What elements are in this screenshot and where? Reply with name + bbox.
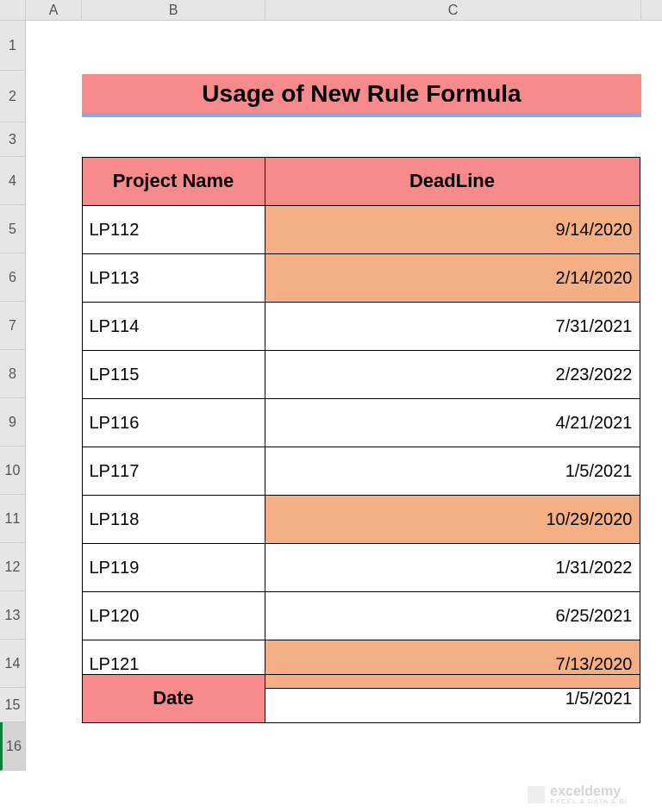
date-value-cell[interactable]: 1/5/2021: [265, 674, 640, 723]
row-header-1[interactable]: 1: [0, 21, 25, 71]
watermark-tagline: EXCEL & DATA & BI: [550, 798, 628, 805]
table-row: LP113 2/14/2020: [82, 253, 641, 302]
table-row: LP112 9/14/2020: [82, 205, 641, 253]
deadline-cell[interactable]: 1/5/2021: [265, 447, 640, 496]
row-header-2[interactable]: 2: [0, 71, 25, 122]
row-header-12[interactable]: 12: [0, 543, 25, 591]
deadline-cell[interactable]: 9/14/2020: [265, 205, 640, 254]
watermark-text: exceldemy EXCEL & DATA & BI: [550, 784, 628, 805]
deadline-cell[interactable]: 7/31/2021: [265, 302, 640, 351]
project-name-cell[interactable]: LP113: [82, 253, 265, 303]
row-header-15[interactable]: 15: [0, 688, 25, 722]
table-header-row: Project Name DeadLine: [82, 157, 641, 205]
date-label-cell[interactable]: Date: [82, 674, 265, 723]
data-table: Project Name DeadLine LP112 9/14/2020 LP…: [82, 157, 641, 688]
table-row: LP114 7/31/2021: [82, 302, 641, 350]
project-name-cell[interactable]: LP119: [82, 543, 265, 592]
table-row: LP116 4/21/2021: [82, 398, 641, 447]
deadline-cell[interactable]: 1/31/2022: [265, 543, 640, 592]
row-header-13[interactable]: 13: [0, 591, 25, 640]
col-header-b[interactable]: B: [82, 0, 265, 20]
deadline-cell[interactable]: 10/29/2020: [265, 495, 640, 544]
row-header-10[interactable]: 10: [0, 447, 25, 495]
column-headers: A B C: [26, 0, 662, 21]
col-header-a[interactable]: A: [26, 0, 82, 20]
date-row: Date 1/5/2021: [82, 674, 641, 722]
project-name-cell[interactable]: LP112: [82, 205, 265, 254]
table-row: LP118 10/29/2020: [82, 495, 641, 543]
deadline-cell[interactable]: 4/21/2021: [265, 398, 640, 447]
row-header-14[interactable]: 14: [0, 640, 25, 688]
project-name-cell[interactable]: LP115: [82, 350, 265, 399]
row-header-5[interactable]: 5: [0, 205, 25, 253]
table-row: LP119 1/31/2022: [82, 543, 641, 591]
row-header-11[interactable]: 11: [0, 495, 25, 543]
title-banner[interactable]: Usage of New Rule Formula: [82, 74, 641, 117]
table-row: LP117 1/5/2021: [82, 447, 641, 495]
header-deadline[interactable]: DeadLine: [265, 157, 640, 206]
watermark: exceldemy EXCEL & DATA & BI: [528, 784, 628, 805]
col-header-c[interactable]: C: [265, 0, 641, 20]
row-header-6[interactable]: 6: [0, 253, 25, 302]
select-all-corner[interactable]: [0, 0, 26, 21]
project-name-cell[interactable]: LP114: [82, 302, 265, 351]
row-headers: 1 2 3 4 5 6 7 8 9 10 11 12 13 14 15 16: [0, 21, 26, 771]
table-row: LP115 2/23/2022: [82, 350, 641, 398]
row-header-4[interactable]: 4: [0, 157, 25, 205]
header-project-name[interactable]: Project Name: [82, 157, 265, 206]
deadline-cell[interactable]: 2/14/2020: [265, 253, 640, 303]
watermark-brand: exceldemy: [550, 784, 628, 798]
row-header-3[interactable]: 3: [0, 122, 25, 157]
project-name-cell[interactable]: LP118: [82, 495, 265, 544]
row-header-7[interactable]: 7: [0, 302, 25, 350]
watermark-icon: [528, 786, 545, 803]
project-name-cell[interactable]: LP120: [82, 591, 265, 640]
table-row: LP120 6/25/2021: [82, 591, 641, 640]
project-name-cell[interactable]: LP117: [82, 447, 265, 496]
project-name-cell[interactable]: LP116: [82, 398, 265, 447]
row-header-9[interactable]: 9: [0, 398, 25, 447]
row-header-16[interactable]: 16: [0, 722, 25, 771]
deadline-cell[interactable]: 6/25/2021: [265, 591, 640, 640]
deadline-cell[interactable]: 2/23/2022: [265, 350, 640, 399]
row-header-8[interactable]: 8: [0, 350, 25, 398]
